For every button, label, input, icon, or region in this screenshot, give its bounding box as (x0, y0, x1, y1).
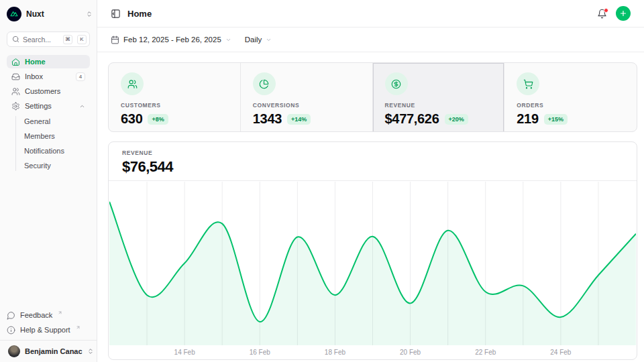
chevron-up-icon (79, 103, 85, 109)
chart-title: REVENUE (122, 149, 623, 156)
stat-value: 219 (517, 111, 538, 127)
feedback-link[interactable]: Feedback (7, 308, 90, 322)
x-tick-label: 24 Feb (550, 349, 571, 356)
chart-canvas (109, 182, 636, 345)
x-tick-label: 16 Feb (250, 349, 270, 356)
page-title: Home (127, 9, 152, 19)
date-range-picker[interactable]: Feb 12, 2025 - Feb 26, 2025 (111, 36, 231, 44)
sidebar-item-notifications[interactable]: Notifications (24, 143, 90, 158)
period-label: Daily (245, 36, 262, 44)
sidebar-footer: Feedback Help & Support (7, 308, 90, 337)
sub-item-label: Members (24, 132, 55, 140)
chart-header: REVENUE $76,544 (109, 142, 637, 181)
sidebar-item-label: Home (25, 58, 46, 66)
external-link-icon (58, 310, 62, 315)
user-name: Benjamin Canac (25, 347, 83, 355)
stat-delta-badge: +14% (287, 114, 311, 125)
topbar: Home (97, 0, 644, 27)
inbox-icon (11, 72, 20, 81)
stat-card-conversions[interactable]: CONVERSIONS 1343 +14% (241, 63, 373, 132)
workspace-name: Nuxt (26, 9, 44, 19)
user-menu[interactable]: Benjamin Canac (0, 340, 97, 362)
sidebar-item-general[interactable]: General (24, 114, 90, 129)
submenu-guide-line (15, 116, 16, 171)
info-circle-icon (7, 326, 15, 335)
external-link-icon (76, 325, 80, 330)
chart-headline-value: $76,544 (122, 158, 623, 176)
inbox-count-badge: 4 (76, 72, 85, 81)
chevron-down-icon (225, 37, 231, 43)
sidebar-item-label: Inbox (25, 72, 43, 80)
x-tick-label: 22 Feb (475, 349, 496, 356)
sidebar-item-home[interactable]: Home (7, 55, 90, 68)
x-axis-labels: 14 Feb 16 Feb 18 Feb 20 Feb 22 Feb 24 Fe… (109, 349, 636, 359)
shopping-cart-icon (517, 72, 539, 95)
stat-delta-badge: +8% (148, 114, 168, 125)
search-icon (12, 36, 19, 43)
date-range-label: Feb 12, 2025 - Feb 26, 2025 (123, 36, 221, 44)
avatar (8, 345, 20, 357)
unfold-chevron-icon (86, 11, 93, 17)
feedback-label: Feedback (20, 311, 52, 319)
stat-label: CUSTOMERS (121, 102, 228, 109)
notification-dot (604, 8, 608, 13)
nuxt-logo-icon (7, 7, 21, 21)
sidebar-item-security[interactable]: Security (24, 158, 90, 173)
period-select[interactable]: Daily (245, 36, 272, 44)
stat-value: $477,626 (385, 111, 439, 127)
stat-value: 630 (121, 111, 142, 127)
stat-value: 1343 (253, 111, 282, 127)
sidebar-item-inbox[interactable]: Inbox 4 (7, 70, 90, 83)
stat-card-customers[interactable]: CUSTOMERS 630 +8% (109, 63, 241, 132)
stat-delta-badge: +20% (445, 114, 468, 125)
sidebar-item-settings[interactable]: Settings (7, 99, 90, 113)
sidebar-item-label: Customers (25, 87, 60, 95)
notifications-button[interactable] (597, 9, 607, 19)
stat-delta-badge: +15% (544, 114, 568, 125)
stats-row: CUSTOMERS 630 +8% CONVERSIONS 1343 +14% … (108, 62, 637, 132)
revenue-chart-panel: REVENUE $76,544 14 Feb 16 Feb 18 Feb 20 … (108, 141, 637, 360)
users-icon (11, 87, 20, 96)
panel-collapse-icon[interactable] (111, 9, 121, 19)
help-support-label: Help & Support (20, 326, 70, 334)
help-support-link[interactable]: Help & Support (7, 322, 90, 337)
dashboard-app: Nuxt Search... ⌘ K Home (0, 0, 644, 362)
revenue-area-chart[interactable] (109, 182, 636, 345)
stat-label: ORDERS (517, 102, 625, 109)
sidebar-nav: Home Inbox 4 Customers Settings (7, 55, 90, 173)
x-tick-label: 18 Feb (325, 349, 345, 356)
sidebar: Nuxt Search... ⌘ K Home (0, 0, 97, 362)
pie-chart-icon (253, 72, 276, 95)
topbar-actions (597, 6, 631, 21)
search-input[interactable]: Search... ⌘ K (7, 32, 90, 47)
calendar-icon (111, 36, 119, 44)
home-icon (11, 58, 20, 66)
kbd-k: K (77, 35, 87, 44)
kbd-cmd: ⌘ (63, 35, 72, 44)
chevron-down-icon (266, 37, 272, 43)
unfold-chevron-icon (87, 348, 94, 355)
message-bubble-icon (7, 311, 15, 320)
stat-label: REVENUE (385, 102, 492, 109)
stat-label: CONVERSIONS (253, 102, 360, 109)
workspace-switcher[interactable]: Nuxt (7, 5, 93, 23)
sidebar-item-members[interactable]: Members (24, 129, 90, 143)
x-tick-label: 14 Feb (174, 349, 195, 356)
sub-item-label: Security (24, 162, 51, 170)
stat-card-revenue[interactable]: REVENUE $477,626 +20% (373, 63, 505, 132)
filter-toolbar: Feb 12, 2025 - Feb 26, 2025 Daily (97, 27, 644, 52)
sub-item-label: General (24, 117, 50, 125)
stat-card-orders[interactable]: ORDERS 219 +15% (504, 63, 637, 132)
dollar-circle-icon (385, 72, 408, 95)
sub-item-label: Notifications (24, 147, 64, 155)
sidebar-item-label: Settings (25, 102, 52, 110)
x-tick-label: 20 Feb (400, 349, 421, 356)
add-button[interactable] (616, 6, 631, 21)
sidebar-item-customers[interactable]: Customers (7, 84, 90, 98)
gear-icon (11, 102, 20, 111)
settings-submenu: General Members Notifications Security (7, 114, 90, 173)
users-icon (121, 72, 144, 95)
search-placeholder: Search... (23, 36, 60, 44)
